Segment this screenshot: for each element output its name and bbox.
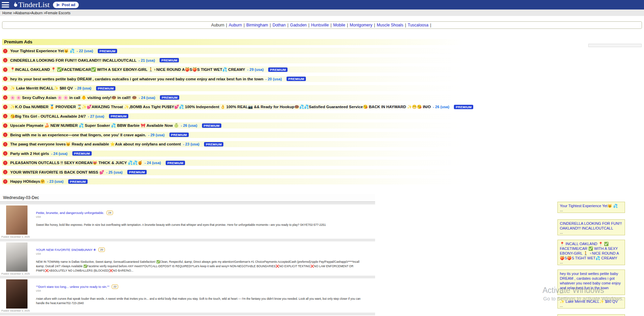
listing-description: NEW IN TOWNMy name is Dallas !Seductive,… xyxy=(36,260,364,273)
premium-ad-age: - 24 (usa) xyxy=(145,161,161,165)
premium-ad-row[interactable]: ↑ Happy HOlidays🤗 - 23 (usa) PREMIUM xyxy=(2,178,464,184)
sidebar-ad-link[interactable]: hey its your best wettes petite baby DRE… xyxy=(560,272,621,290)
premium-ad-row[interactable]: ↑ ✨ Lake Merritt INCALL✨ $80 QV - 28 (us… xyxy=(2,85,464,91)
premium-ad-row[interactable]: ↑ Upscale Playmate 🍰 NEW NUMBER 💦 Super … xyxy=(2,122,464,129)
city-separator: | xyxy=(403,23,408,27)
sidebar-ad-box[interactable]: Your Tightest Experience Yet😼 💦 ... xyxy=(557,202,625,213)
city-link[interactable]: Birmingham xyxy=(246,23,268,27)
breadcrumb-link[interactable]: Home > xyxy=(2,11,15,15)
premium-ad-row[interactable]: ↑ 😘Big Tits Girl - OUTCALL Available 24/… xyxy=(2,113,464,119)
premium-ad-title-link[interactable]: ✨K.O Daa NUMBER 🏅 PROVIDER ⌛✨💕AMAZING Th… xyxy=(10,104,431,109)
premium-badge: PREMIUM xyxy=(98,49,117,53)
city-link[interactable]: Mobile xyxy=(333,23,345,27)
premium-ad-row[interactable]: ↑ The pawg that everyone loves😼 Ready an… xyxy=(2,141,464,147)
premium-ad-age: - 29 (usa) xyxy=(247,67,263,72)
listing-photo[interactable] xyxy=(6,242,27,272)
premium-ad-title-link[interactable]: Being with me is an experience—one that … xyxy=(10,133,146,137)
city-link[interactable]: Dothan xyxy=(273,23,286,27)
premium-badge: PREMIUM xyxy=(127,170,147,174)
sidebar-ad-link[interactable]: Your Tightest Experience Yet😼 💦 xyxy=(560,204,618,208)
up-arrow-icon: ↑ xyxy=(3,161,7,165)
listing-photo-column: Posted: December 3, 2025 xyxy=(0,204,33,239)
city-link[interactable]: Gadsden xyxy=(290,23,307,27)
sidebar-ad-box[interactable]: 📍 INCALL OAKLAND 📍 ✅ FACETIME/CAR ✅ WITH… xyxy=(557,240,625,265)
premium-ad-row[interactable]: ↑ Party with 2 Hot girls - 24 (usa) PREM… xyxy=(2,151,464,157)
premium-ad-row[interactable]: ↑ Being with me is an experience—one tha… xyxy=(2,132,464,138)
breadcrumb: Home >Alabama>Auburn >Female Escorts xyxy=(0,9,644,16)
age-badge: 20 xyxy=(98,248,105,252)
sidebar-ad-box[interactable]: CINDERELLA LOOKING FOR FUN!!! OAKLAND!!!… xyxy=(557,219,625,235)
city-link[interactable]: Tuscaloosa xyxy=(408,23,428,27)
sidebar-ad-box[interactable] xyxy=(557,314,625,316)
listing-photo[interactable] xyxy=(6,205,27,235)
up-arrow-icon: ↑ xyxy=(3,67,7,72)
premium-ad-title-link[interactable]: The pawg that everyone loves😼 Ready and … xyxy=(10,142,181,146)
city-separator: | xyxy=(286,23,290,27)
premium-ad-title-link[interactable]: CINDERELLA LOOKING FOR FUN!!! OAKLAND!!!… xyxy=(10,58,136,62)
premium-ad-age: - 24 (usa) xyxy=(139,96,155,100)
post-ad-button[interactable]: Post ad xyxy=(53,2,79,8)
brand-logo[interactable]: TinderList xyxy=(13,1,50,8)
premium-ad-title-link[interactable]: PLEASANTON OUTCALLS !! SEXY KOREAN😻 THIC… xyxy=(10,160,143,165)
premium-ad-row[interactable]: ↑ ✨K.O Daa NUMBER 🏅 PROVIDER ⌛✨💕AMAZING … xyxy=(2,104,464,110)
premium-ad-row[interactable]: ↑ CINDERELLA LOOKING FOR FUN!!! OAKLAND!… xyxy=(2,57,464,63)
premium-ad-title-link[interactable]: ✨ Lake Merritt INCALL✨ $80 QV xyxy=(10,86,73,91)
menu-icon[interactable] xyxy=(2,2,9,7)
premium-badge: PREMIUM xyxy=(454,105,473,109)
premium-ad-title-link[interactable]: hey its your best wettes petite baby DRE… xyxy=(10,77,263,81)
city-separator: | xyxy=(345,23,350,27)
premium-ad-age: - 29 (usa) xyxy=(148,133,164,137)
listing-content: ""Don't stare too long... unless you're … xyxy=(33,278,364,313)
listing-row: Posted: December 3, 2025 Petite, brunett… xyxy=(0,204,375,239)
listings-list: Posted: December 3, 2025 Petite, brunett… xyxy=(0,204,375,316)
city-separator: | xyxy=(242,23,246,27)
up-arrow-icon: ↑ xyxy=(3,77,7,81)
breadcrumb-link[interactable]: Female Escorts xyxy=(46,11,71,15)
city-separator: | xyxy=(428,23,433,27)
premium-badge: PREMIUM xyxy=(160,58,179,62)
listing-title-link[interactable]: ""Don't stare too long... unless you're … xyxy=(36,285,109,289)
listing-photo[interactable] xyxy=(6,279,27,309)
sidebar-ad-link[interactable]: 📍 INCALL OAKLAND 📍 ✅ FACETIME/CAR ✅ WITH… xyxy=(560,242,619,260)
premium-ad-row[interactable]: ↑ hey its your best wettes petite baby D… xyxy=(2,76,464,82)
premium-ad-title-link[interactable]: Happy HOlidays🤗 xyxy=(10,179,45,184)
flame-icon xyxy=(13,2,18,8)
listing-content: Petite, brunette, and dangerously unforg… xyxy=(33,204,326,239)
premium-badge: PREMIUM xyxy=(204,142,223,146)
up-arrow-icon: ↑ xyxy=(3,58,7,62)
sidebar-ad-box[interactable]: ✨ Lake Merritt INCALL✨ $80 QV ... xyxy=(557,297,625,309)
breadcrumb-link[interactable]: Alabama> xyxy=(15,11,31,15)
breadcrumb-link[interactable]: Auburn > xyxy=(31,11,46,15)
premium-ad-title-link[interactable]: Party with 2 Hot girls xyxy=(10,152,49,156)
city-separator: | xyxy=(329,23,333,27)
age-badge: 22 xyxy=(112,284,118,289)
sidebar-ad-box[interactable]: hey its your best wettes petite baby DRE… xyxy=(557,270,625,295)
listing-title-link[interactable]: YOUR NEW FAVORITE SNOWBUNNY ❄ xyxy=(36,248,96,252)
city-link[interactable]: Huntsville xyxy=(311,23,329,27)
premium-ad-row[interactable]: ↑ Your Tightest Experience Yet😼 💦 - 22 (… xyxy=(2,48,464,54)
premium-ad-row[interactable]: ↑ 📍INCALL OAKLAND 📍 ✅FACETIME/CAR✅ WITH … xyxy=(2,66,464,73)
city-link[interactable]: Auburn xyxy=(229,23,242,27)
sidebar-ad-link[interactable]: CINDERELLA LOOKING FOR FUN!!! OAKLAND!!!… xyxy=(560,221,622,230)
premium-ad-title-link[interactable]: YOUR WINTER FAVORITE IS BACK DONT MISS 💕 xyxy=(10,170,104,175)
premium-ad-row[interactable]: ↑ 🌸 🌸 Sexy CuRvy Asian 🌸 🌸 in call 🐥 vis… xyxy=(2,95,464,101)
listing-content: YOUR NEW FAVORITE SNOWBUNNY ❄ 20 USA NEW… xyxy=(33,241,364,276)
premium-ad-title-link[interactable]: 😘Big Tits Girl - OUTCALL Available 24/7 xyxy=(10,114,86,119)
listing-title-link[interactable]: Petite, brunette, and dangerously unforg… xyxy=(36,211,104,215)
premium-badge: PREMIUM xyxy=(68,179,88,184)
posted-date: Posted: December 3, 2025 xyxy=(1,273,33,275)
premium-ad-row[interactable]: ↑ YOUR WINTER FAVORITE IS BACK DONT MISS… xyxy=(2,169,464,175)
listing-row: Posted: December 3, 2025 ""Don't stare t… xyxy=(0,278,375,313)
sidebar-ad-link[interactable]: ✨ Lake Merritt INCALL✨ $80 QV xyxy=(560,299,618,303)
listing-description: Asian allure with curves that speak loud… xyxy=(36,297,364,305)
city-link[interactable]: Muscle Shoals xyxy=(377,23,403,27)
premium-ad-title-link[interactable]: Upscale Playmate 🍰 NEW NUMBER 💦 Super So… xyxy=(10,123,179,128)
premium-ad-title-link[interactable]: 🌸 🌸 Sexy CuRvy Asian 🌸 🌸 in call 🐥 visit… xyxy=(10,95,137,100)
premium-ad-title-link[interactable]: Your Tightest Experience Yet😼 💦 xyxy=(10,48,75,53)
listing-row: Posted: December 3, 2025 YOUR NEW FAVORI… xyxy=(0,241,375,276)
premium-ad-title-link[interactable]: 📍INCALL OAKLAND 📍 ✅FACETIME/CAR✅ WITH A … xyxy=(10,67,245,72)
premium-ad-age: - 22 (usa) xyxy=(77,49,93,53)
premium-ad-row[interactable]: ↑ PLEASANTON OUTCALLS !! SEXY KOREAN😻 TH… xyxy=(2,160,464,166)
city-link[interactable]: Montgomery xyxy=(350,23,372,27)
city-current: Auburn xyxy=(211,23,224,27)
